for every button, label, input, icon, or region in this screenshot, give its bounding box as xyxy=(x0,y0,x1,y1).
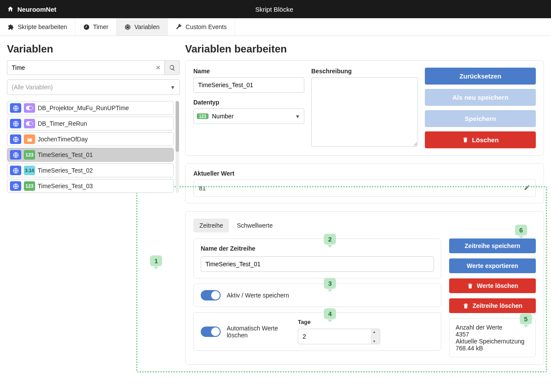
type-badge: 123 xyxy=(24,150,35,160)
editor-panel: Variablen bearbeiten Name Datentyp 123 B… xyxy=(180,36,551,379)
variable-label: DB_Projektor_MuFu_RunUPTime xyxy=(38,105,129,111)
edit-value-button[interactable] xyxy=(524,184,530,192)
tab-label: Variablen xyxy=(134,23,160,30)
tab-zeitreihe[interactable]: Zeitreihe xyxy=(193,219,229,232)
tab-timer[interactable]: Timer xyxy=(75,18,117,36)
variable-label: DB_Timer_ReRun xyxy=(38,120,87,127)
ts-name-block: Name der Zeitreihe 2 xyxy=(193,238,441,278)
variable-item[interactable]: DB_Timer_ReRun xyxy=(7,117,174,131)
globe-icon xyxy=(10,181,21,191)
current-value-label: Aktueller Wert xyxy=(193,170,536,177)
tab-label: Skripte bearbeiten xyxy=(18,23,67,30)
tab-schwellwerte[interactable]: Schwellwerte xyxy=(231,219,278,232)
brand-label: NeuroomNet xyxy=(17,6,56,13)
filter-placeholder: (Alle Variablen) xyxy=(12,84,53,91)
stats-count-value: 4357 xyxy=(456,331,529,338)
type-badge: 123 xyxy=(24,181,35,191)
stats-mem-value: 768.44 kB xyxy=(456,345,529,352)
callout-2: 2 xyxy=(324,234,336,245)
editor-heading: Variablen bearbeiten xyxy=(185,43,544,55)
variable-label: JochenTimeOfDay xyxy=(38,136,88,143)
ts-active-block: Aktiv / Werte speichern 3 xyxy=(193,284,441,307)
trash-icon xyxy=(462,137,469,143)
page-title: Skript Blöcke xyxy=(56,6,544,13)
tab-skripte[interactable]: Skripte bearbeiten xyxy=(0,18,75,36)
delete-button[interactable]: Löschen xyxy=(425,131,536,148)
stats-box: 5 Anzahl der Werte 4357 Aktuelle Speiche… xyxy=(449,318,536,357)
variable-label: TimeSeries_Test_01 xyxy=(38,151,93,158)
home-icon xyxy=(7,6,14,13)
variable-item[interactable]: JochenTimeOfDay xyxy=(7,132,174,146)
delete-values-button[interactable]: Werte löschen xyxy=(449,278,536,293)
ts-name-label: Name der Zeitreihe xyxy=(201,245,434,252)
variable-item[interactable]: 123TimeSeries_Test_03 xyxy=(7,179,174,193)
globe-icon xyxy=(10,134,21,144)
export-button[interactable]: Werte exportieren xyxy=(449,258,536,273)
topbar: NeuroomNet Skript Blöcke xyxy=(0,0,551,18)
variable-label: TimeSeries_Test_03 xyxy=(38,183,93,189)
active-label: Aktiv / Werte speichern xyxy=(227,292,289,299)
dtype-select[interactable] xyxy=(193,108,304,124)
trash-icon xyxy=(467,283,473,289)
callout-5: 5 xyxy=(520,314,532,324)
reset-button[interactable]: Zurücksetzen xyxy=(425,68,536,85)
nav-tabs: Skripte bearbeiten Timer Variablen Custo… xyxy=(0,18,551,36)
brand[interactable]: NeuroomNet xyxy=(7,6,56,13)
globe-icon xyxy=(10,150,21,160)
callout-3: 3 xyxy=(324,278,336,289)
ts-name-input[interactable] xyxy=(201,256,434,272)
globe-icon xyxy=(10,119,21,128)
globe-icon xyxy=(124,24,131,30)
current-value-card: Aktueller Wert 81 xyxy=(185,163,544,203)
edit-card: Name Datentyp 123 Beschreibung Zurückset… xyxy=(185,60,544,156)
timeseries-card: Zeitreihe Schwellwerte Name der Zeitreih… xyxy=(185,211,544,365)
tab-custom-events[interactable]: Custom Events xyxy=(168,18,235,36)
callout-4: 4 xyxy=(324,308,336,319)
type-badge xyxy=(24,134,35,144)
tab-label: Timer xyxy=(93,23,108,30)
tab-variablen[interactable]: Variablen xyxy=(117,18,168,36)
name-label: Name xyxy=(193,68,304,75)
globe-icon xyxy=(10,103,21,113)
search-icon xyxy=(169,65,176,71)
globe-icon xyxy=(10,166,21,175)
save-ts-button[interactable]: Zeitreihe speichern xyxy=(449,238,536,253)
variable-item[interactable]: 123TimeSeries_Test_01 xyxy=(7,148,174,162)
clear-search-icon[interactable]: ✕ xyxy=(152,60,164,75)
save-as-new-button[interactable]: Als neu speichern xyxy=(425,89,536,106)
scrollbar-thumb[interactable] xyxy=(176,101,179,152)
save-button[interactable]: Speichern xyxy=(425,110,536,127)
type-badge: 3.14 xyxy=(24,166,35,175)
variable-list: DB_Projektor_MuFu_RunUPTimeDB_Timer_ReRu… xyxy=(7,101,180,193)
search-input[interactable] xyxy=(7,60,164,75)
filter-select[interactable]: (Alle Variablen) xyxy=(7,79,180,95)
desc-textarea[interactable] xyxy=(311,77,418,147)
dtype-label: Datentyp xyxy=(193,99,304,106)
variable-item[interactable]: DB_Projektor_MuFu_RunUPTime xyxy=(7,101,174,115)
delete-ts-button[interactable]: Zeitreihe löschen xyxy=(449,298,536,313)
type-badge xyxy=(24,103,35,113)
trash-icon xyxy=(463,303,469,309)
puzzle-icon xyxy=(8,24,14,30)
callout-1: 1 xyxy=(150,255,162,266)
edit-icon xyxy=(524,184,530,191)
active-toggle[interactable] xyxy=(201,290,221,301)
stats-count-label: Anzahl der Werte xyxy=(456,324,529,331)
days-input[interactable] xyxy=(298,329,380,344)
svg-rect-4 xyxy=(27,137,32,139)
search-button[interactable] xyxy=(164,60,180,75)
sidebar: Variablen ✕ (Alle Variablen) DB_Projekto… xyxy=(0,36,180,379)
tab-label: Custom Events xyxy=(186,23,227,30)
clock-icon xyxy=(83,24,90,30)
stats-mem-label: Aktuelle Speichernutzung xyxy=(456,338,529,345)
days-spinner[interactable] xyxy=(371,329,380,344)
type-badge xyxy=(24,119,35,128)
dtype-badge: 123 xyxy=(197,114,209,119)
desc-label: Beschreibung xyxy=(311,68,418,75)
autodel-toggle[interactable] xyxy=(201,327,221,337)
days-label: Tage xyxy=(298,319,380,325)
name-input[interactable] xyxy=(193,77,304,93)
variable-item[interactable]: 3.14TimeSeries_Test_02 xyxy=(7,163,174,177)
sidebar-heading: Variablen xyxy=(7,43,180,55)
current-value: 81 xyxy=(199,185,524,192)
